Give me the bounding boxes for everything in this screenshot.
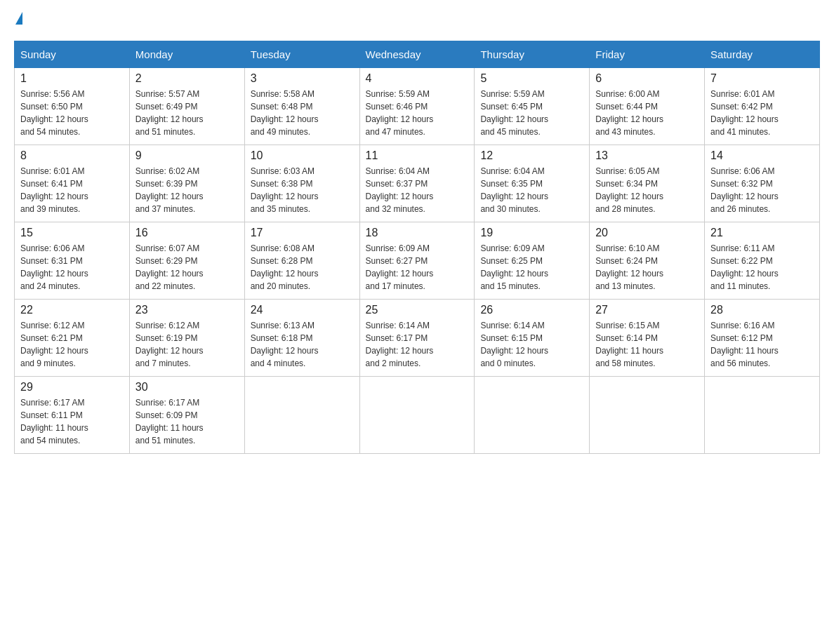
day-cell bbox=[244, 377, 359, 454]
day-cell: 17Sunrise: 6:08 AMSunset: 6:28 PMDayligh… bbox=[244, 222, 359, 300]
day-cell: 8Sunrise: 6:01 AMSunset: 6:41 PMDaylight… bbox=[15, 145, 130, 222]
day-info: Sunrise: 5:56 AMSunset: 6:50 PMDaylight:… bbox=[20, 88, 124, 138]
day-cell: 11Sunrise: 6:04 AMSunset: 6:37 PMDayligh… bbox=[359, 145, 475, 222]
day-info: Sunrise: 6:11 AMSunset: 6:22 PMDaylight:… bbox=[710, 242, 814, 293]
day-number: 29 bbox=[20, 381, 124, 394]
day-number: 25 bbox=[366, 304, 469, 316]
day-info: Sunrise: 5:58 AMSunset: 6:48 PMDaylight:… bbox=[251, 88, 354, 138]
day-info: Sunrise: 6:15 AMSunset: 6:14 PMDaylight:… bbox=[595, 319, 699, 370]
day-number: 7 bbox=[710, 72, 814, 85]
week-row-5: 29Sunrise: 6:17 AMSunset: 6:11 PMDayligh… bbox=[15, 377, 820, 454]
day-cell: 9Sunrise: 6:02 AMSunset: 6:39 PMDaylight… bbox=[129, 145, 244, 222]
day-cell: 16Sunrise: 6:07 AMSunset: 6:29 PMDayligh… bbox=[129, 222, 244, 300]
day-info: Sunrise: 6:12 AMSunset: 6:21 PMDaylight:… bbox=[20, 319, 124, 370]
day-cell: 21Sunrise: 6:11 AMSunset: 6:22 PMDayligh… bbox=[705, 222, 820, 300]
day-number: 9 bbox=[135, 149, 239, 162]
logo bbox=[14, 14, 22, 27]
day-info: Sunrise: 6:16 AMSunset: 6:12 PMDaylight:… bbox=[710, 319, 814, 370]
day-cell: 29Sunrise: 6:17 AMSunset: 6:11 PMDayligh… bbox=[15, 377, 130, 454]
day-info: Sunrise: 6:00 AMSunset: 6:44 PMDaylight:… bbox=[595, 88, 699, 138]
day-number: 21 bbox=[710, 227, 814, 239]
day-cell: 1Sunrise: 5:56 AMSunset: 6:50 PMDaylight… bbox=[15, 68, 130, 145]
day-number: 13 bbox=[595, 149, 699, 162]
column-header-sunday: Sunday bbox=[15, 41, 130, 68]
day-info: Sunrise: 6:04 AMSunset: 6:37 PMDaylight:… bbox=[366, 165, 469, 215]
logo-triangle-icon bbox=[15, 12, 22, 25]
day-number: 12 bbox=[480, 149, 583, 162]
day-info: Sunrise: 5:57 AMSunset: 6:49 PMDaylight:… bbox=[135, 88, 239, 138]
day-info: Sunrise: 6:14 AMSunset: 6:17 PMDaylight:… bbox=[366, 319, 469, 370]
day-info: Sunrise: 6:07 AMSunset: 6:29 PMDaylight:… bbox=[135, 242, 239, 293]
day-info: Sunrise: 6:14 AMSunset: 6:15 PMDaylight:… bbox=[480, 319, 583, 370]
day-info: Sunrise: 6:01 AMSunset: 6:42 PMDaylight:… bbox=[710, 88, 814, 138]
day-cell: 5Sunrise: 5:59 AMSunset: 6:45 PMDaylight… bbox=[475, 68, 590, 145]
week-row-2: 8Sunrise: 6:01 AMSunset: 6:41 PMDaylight… bbox=[15, 145, 820, 222]
day-info: Sunrise: 6:10 AMSunset: 6:24 PMDaylight:… bbox=[595, 242, 699, 293]
day-number: 17 bbox=[251, 227, 354, 239]
day-number: 8 bbox=[20, 149, 124, 162]
day-info: Sunrise: 6:03 AMSunset: 6:38 PMDaylight:… bbox=[251, 165, 354, 215]
day-cell: 24Sunrise: 6:13 AMSunset: 6:18 PMDayligh… bbox=[244, 300, 359, 377]
day-number: 27 bbox=[595, 304, 699, 316]
column-header-monday: Monday bbox=[129, 41, 244, 68]
day-info: Sunrise: 5:59 AMSunset: 6:45 PMDaylight:… bbox=[480, 88, 583, 138]
day-number: 26 bbox=[480, 304, 583, 316]
day-cell: 12Sunrise: 6:04 AMSunset: 6:35 PMDayligh… bbox=[475, 145, 590, 222]
day-cell: 10Sunrise: 6:03 AMSunset: 6:38 PMDayligh… bbox=[244, 145, 359, 222]
calendar-table: SundayMondayTuesdayWednesdayThursdayFrid… bbox=[14, 41, 820, 454]
day-number: 14 bbox=[710, 149, 814, 162]
column-header-thursday: Thursday bbox=[475, 41, 590, 68]
day-cell: 30Sunrise: 6:17 AMSunset: 6:09 PMDayligh… bbox=[129, 377, 244, 454]
day-number: 30 bbox=[135, 381, 239, 394]
column-header-tuesday: Tuesday bbox=[244, 41, 359, 68]
day-number: 15 bbox=[20, 227, 124, 239]
day-info: Sunrise: 6:09 AMSunset: 6:25 PMDaylight:… bbox=[480, 242, 583, 293]
day-number: 1 bbox=[20, 72, 124, 85]
day-cell bbox=[359, 377, 475, 454]
day-cell: 18Sunrise: 6:09 AMSunset: 6:27 PMDayligh… bbox=[359, 222, 475, 300]
day-cell: 15Sunrise: 6:06 AMSunset: 6:31 PMDayligh… bbox=[15, 222, 130, 300]
day-info: Sunrise: 6:06 AMSunset: 6:32 PMDaylight:… bbox=[710, 165, 814, 215]
day-info: Sunrise: 6:17 AMSunset: 6:09 PMDaylight:… bbox=[135, 396, 239, 447]
day-number: 22 bbox=[20, 304, 124, 316]
week-row-4: 22Sunrise: 6:12 AMSunset: 6:21 PMDayligh… bbox=[15, 300, 820, 377]
day-number: 2 bbox=[135, 72, 239, 85]
column-header-saturday: Saturday bbox=[705, 41, 820, 68]
day-cell: 25Sunrise: 6:14 AMSunset: 6:17 PMDayligh… bbox=[359, 300, 475, 377]
day-number: 5 bbox=[480, 72, 583, 85]
day-number: 24 bbox=[251, 304, 354, 316]
day-number: 18 bbox=[366, 227, 469, 239]
day-cell: 28Sunrise: 6:16 AMSunset: 6:12 PMDayligh… bbox=[705, 300, 820, 377]
day-cell: 6Sunrise: 6:00 AMSunset: 6:44 PMDaylight… bbox=[590, 68, 705, 145]
column-header-wednesday: Wednesday bbox=[359, 41, 475, 68]
day-cell bbox=[705, 377, 820, 454]
day-info: Sunrise: 6:06 AMSunset: 6:31 PMDaylight:… bbox=[20, 242, 124, 293]
day-cell: 27Sunrise: 6:15 AMSunset: 6:14 PMDayligh… bbox=[590, 300, 705, 377]
header-row: SundayMondayTuesdayWednesdayThursdayFrid… bbox=[15, 41, 820, 68]
day-cell: 13Sunrise: 6:05 AMSunset: 6:34 PMDayligh… bbox=[590, 145, 705, 222]
day-number: 10 bbox=[251, 149, 354, 162]
day-cell bbox=[475, 377, 590, 454]
day-number: 6 bbox=[595, 72, 699, 85]
day-info: Sunrise: 6:17 AMSunset: 6:11 PMDaylight:… bbox=[20, 396, 124, 447]
day-cell: 14Sunrise: 6:06 AMSunset: 6:32 PMDayligh… bbox=[705, 145, 820, 222]
column-header-friday: Friday bbox=[590, 41, 705, 68]
day-cell: 22Sunrise: 6:12 AMSunset: 6:21 PMDayligh… bbox=[15, 300, 130, 377]
day-number: 23 bbox=[135, 304, 239, 316]
day-info: Sunrise: 6:04 AMSunset: 6:35 PMDaylight:… bbox=[480, 165, 583, 215]
day-cell: 26Sunrise: 6:14 AMSunset: 6:15 PMDayligh… bbox=[475, 300, 590, 377]
day-number: 3 bbox=[251, 72, 354, 85]
day-info: Sunrise: 6:01 AMSunset: 6:41 PMDaylight:… bbox=[20, 165, 124, 215]
week-row-3: 15Sunrise: 6:06 AMSunset: 6:31 PMDayligh… bbox=[15, 222, 820, 300]
day-cell: 4Sunrise: 5:59 AMSunset: 6:46 PMDaylight… bbox=[359, 68, 475, 145]
day-number: 11 bbox=[366, 149, 469, 162]
day-info: Sunrise: 6:08 AMSunset: 6:28 PMDaylight:… bbox=[251, 242, 354, 293]
day-number: 20 bbox=[595, 227, 699, 239]
day-info: Sunrise: 6:05 AMSunset: 6:34 PMDaylight:… bbox=[595, 165, 699, 215]
day-info: Sunrise: 5:59 AMSunset: 6:46 PMDaylight:… bbox=[366, 88, 469, 138]
day-number: 4 bbox=[366, 72, 469, 85]
week-row-1: 1Sunrise: 5:56 AMSunset: 6:50 PMDaylight… bbox=[15, 68, 820, 145]
day-info: Sunrise: 6:13 AMSunset: 6:18 PMDaylight:… bbox=[251, 319, 354, 370]
day-cell bbox=[590, 377, 705, 454]
day-number: 19 bbox=[480, 227, 583, 239]
